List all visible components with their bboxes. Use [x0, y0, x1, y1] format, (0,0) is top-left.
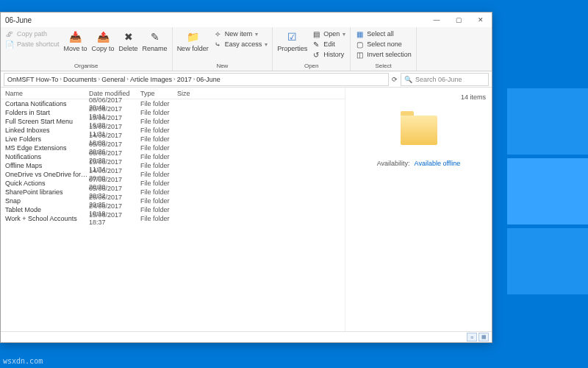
close-button[interactable]: ✕	[470, 13, 492, 27]
file-type: File folder	[140, 188, 177, 196]
file-name: OneDrive vs OneDrive for Business	[1, 171, 89, 178]
table-row[interactable]: Snap26/06/2017 20:25File folder	[1, 197, 345, 205]
file-type: File folder	[140, 171, 177, 178]
column-header-name[interactable]: Name	[1, 90, 89, 97]
ribbon-group-label: Select	[375, 63, 391, 69]
column-header-size[interactable]: Size	[177, 90, 207, 97]
table-row[interactable]: MS Edge Extensions05/06/2017 20:26File f…	[1, 144, 345, 152]
edit-button[interactable]: ✎Edit	[312, 40, 335, 49]
ribbon-group-label: Organise	[74, 63, 98, 69]
table-row[interactable]: Notifications06/06/2017 20:28File folder	[1, 152, 345, 161]
table-row[interactable]: Quick Actions07/06/2017 20:20File folder	[1, 179, 345, 188]
invert-selection-button[interactable]: ◫Invert selection	[355, 50, 412, 59]
maximize-button[interactable]: ▢	[448, 13, 470, 27]
item-count: 14 items	[461, 93, 486, 101]
status-bar: ≡ ▦	[1, 332, 492, 342]
table-row[interactable]: Work + School Accounts15/06/2017 18:37Fi…	[1, 214, 345, 223]
delete-button[interactable]: ✖Delete	[119, 29, 138, 52]
preview-pane: 14 items Availability: Available offline	[345, 88, 492, 331]
file-name: Live Folders	[1, 135, 89, 143]
history-button[interactable]: ↺History	[312, 50, 344, 59]
window-title: 06-June	[5, 16, 32, 24]
folder-icon	[401, 116, 437, 145]
properties-icon: ☑	[285, 29, 300, 44]
new-folder-button[interactable]: 📁New folder	[177, 29, 209, 52]
minimize-button[interactable]: —	[426, 13, 448, 27]
details-view-button[interactable]: ≡	[467, 333, 477, 342]
rename-button[interactable]: ✎Rename	[143, 29, 168, 52]
file-date: 15/06/2017 18:37	[89, 211, 140, 226]
file-name: MS Edge Extensions	[1, 144, 89, 152]
table-row[interactable]: Folders in Start20/06/2017 19:11File fol…	[1, 108, 345, 117]
table-row[interactable]: Cortana Notifications08/06/2017 20:49Fil…	[1, 99, 345, 108]
search-input[interactable]: 🔍 Search 06-June	[401, 73, 489, 86]
table-row[interactable]: Tablet Mode24/06/2017 10:19File folder	[1, 205, 345, 214]
refresh-button[interactable]: ⟳	[392, 76, 398, 83]
file-explorer-window: 06-June — ▢ ✕ 🖇Copy path 📄Paste shortcut…	[0, 12, 492, 343]
file-name: Linked Inboxes	[1, 127, 89, 134]
file-name: Tablet Mode	[1, 206, 89, 213]
file-type: File folder	[140, 153, 177, 160]
ribbon-group-label: Open	[304, 63, 319, 69]
table-row[interactable]: Linked Inboxes13/06/2017 11:31File folde…	[1, 126, 345, 135]
file-name: Full Screen Start Menu	[1, 118, 89, 125]
copy-to-icon: 📤	[96, 29, 110, 44]
file-type: File folder	[140, 197, 177, 205]
file-type: File folder	[140, 206, 177, 213]
search-icon: 🔍	[404, 76, 412, 83]
table-row[interactable]: Full Screen Start Menu19/06/2017 16:28Fi…	[1, 117, 345, 126]
ribbon: 🖇Copy path 📄Paste shortcut 📥Move to 📤Cop…	[1, 27, 492, 71]
ribbon-group-label: New	[216, 63, 228, 69]
file-type: File folder	[140, 135, 177, 143]
table-row[interactable]: Offline Maps19/06/2017 11:34File folder	[1, 161, 345, 170]
delete-icon: ✖	[121, 29, 136, 44]
file-type: File folder	[140, 100, 177, 107]
rename-icon: ✎	[148, 29, 162, 44]
table-row[interactable]: OneDrive vs OneDrive for Business14/06/2…	[1, 170, 345, 179]
move-to-icon: 📥	[68, 29, 83, 44]
file-type: File folder	[140, 215, 177, 222]
file-type: File folder	[140, 109, 177, 116]
move-to-button[interactable]: 📥Move to	[64, 29, 87, 52]
properties-button[interactable]: ☑Properties	[277, 29, 307, 52]
table-row[interactable]: SharePoint libraries05/06/2017 20:32File…	[1, 188, 345, 197]
icons-view-button[interactable]: ▦	[478, 333, 489, 342]
file-type: File folder	[140, 127, 177, 134]
easy-access-button[interactable]: ⤷Easy access▾	[213, 40, 268, 49]
file-type: File folder	[140, 162, 177, 169]
file-name: Quick Actions	[1, 180, 89, 187]
select-none-button[interactable]: ▢Select none	[355, 40, 402, 49]
column-header-date[interactable]: Date modified	[89, 90, 140, 97]
copy-to-button[interactable]: 📤Copy to	[92, 29, 115, 52]
breadcrumb[interactable]: OnMSFT How-To› Documents› General› Artic…	[4, 73, 389, 86]
file-list[interactable]: Name Date modified Type Size Cortana Not…	[1, 88, 345, 331]
availability-value: Available offline	[415, 160, 461, 167]
new-folder-icon: 📁	[185, 29, 200, 44]
file-name: Folders in Start	[1, 109, 89, 116]
file-type: File folder	[140, 180, 177, 187]
column-header-type[interactable]: Type	[140, 90, 177, 97]
open-button[interactable]: ▤Open▾	[312, 29, 345, 38]
file-name: Offline Maps	[1, 162, 89, 169]
copy-path-button: 🖇Copy path	[5, 29, 47, 38]
file-name: Snap	[1, 197, 89, 205]
new-item-button[interactable]: ✧New item▾	[213, 29, 259, 38]
availability-label: Availability:	[377, 160, 410, 167]
file-type: File folder	[140, 144, 177, 152]
file-name: Work + School Accounts	[1, 215, 89, 222]
select-all-button[interactable]: ▦Select all	[355, 29, 394, 38]
table-row[interactable]: Live Folders14/06/2017 18:08File folder	[1, 135, 345, 144]
watermark: wsxdn.com	[3, 357, 43, 365]
file-type: File folder	[140, 118, 177, 125]
address-bar: OnMSFT How-To› Documents› General› Artic…	[1, 71, 492, 88]
paste-shortcut-button: 📄Paste shortcut	[5, 40, 60, 49]
file-name: SharePoint libraries	[1, 188, 89, 196]
file-name: Notifications	[1, 153, 89, 160]
file-name: Cortana Notifications	[1, 100, 89, 107]
title-bar[interactable]: 06-June — ▢ ✕	[1, 13, 492, 27]
